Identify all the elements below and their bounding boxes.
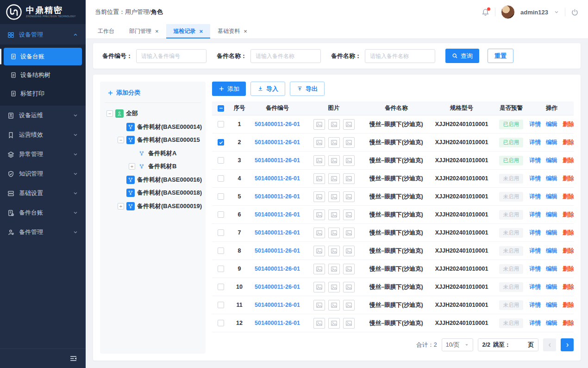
detail-link[interactable]: 详情 bbox=[530, 175, 541, 183]
delete-link[interactable]: 删除 bbox=[563, 229, 574, 237]
avatar[interactable] bbox=[501, 5, 515, 19]
detail-link[interactable]: 详情 bbox=[530, 157, 541, 165]
logout-power-icon[interactable] bbox=[571, 8, 579, 16]
sidebar-item[interactable]: 基础设置 bbox=[0, 184, 86, 203]
image-thumbnail[interactable] bbox=[313, 246, 325, 256]
search-input-1[interactable] bbox=[250, 49, 321, 63]
image-thumbnail[interactable] bbox=[343, 282, 355, 292]
image-thumbnail[interactable] bbox=[313, 228, 325, 238]
sidebar-item[interactable]: 知识管理 bbox=[0, 164, 86, 184]
image-thumbnail[interactable] bbox=[343, 191, 355, 202]
sidebar-item[interactable]: 设备管理 bbox=[0, 25, 86, 44]
row-checkbox[interactable] bbox=[218, 175, 224, 182]
delete-link[interactable]: 删除 bbox=[563, 211, 574, 219]
sidebar-item[interactable]: 异常管理 bbox=[0, 145, 86, 164]
edit-link[interactable]: 编辑 bbox=[546, 139, 557, 146]
sidebar-item[interactable]: 运营绩效 bbox=[0, 125, 86, 145]
image-thumbnail[interactable] bbox=[313, 300, 325, 311]
part-code-link[interactable]: 501400011-26-01 bbox=[255, 266, 300, 272]
tree-node[interactable]: 备件耗材(BASE000014) bbox=[105, 121, 201, 134]
delete-link[interactable]: 删除 bbox=[563, 121, 574, 128]
page-size-select[interactable]: 10/页 bbox=[442, 338, 473, 351]
detail-link[interactable]: 详情 bbox=[530, 319, 541, 327]
part-code-link[interactable]: 501400011-26-01 bbox=[255, 247, 300, 254]
search-input-0[interactable] bbox=[136, 49, 206, 63]
prev-page-button[interactable] bbox=[543, 338, 556, 351]
query-button[interactable]: 查询 bbox=[445, 49, 479, 63]
tree-node[interactable]: 备件耗材A bbox=[105, 147, 201, 160]
reset-button[interactable]: 重置 bbox=[488, 49, 513, 63]
detail-link[interactable]: 详情 bbox=[530, 211, 541, 219]
tab-close-icon[interactable]: × bbox=[200, 28, 203, 34]
sidebar-subitem[interactable]: 标签打印 bbox=[4, 85, 82, 102]
tab-工作台[interactable]: 工作台 bbox=[90, 24, 122, 38]
delete-link[interactable]: 删除 bbox=[563, 247, 574, 255]
row-checkbox[interactable] bbox=[218, 247, 224, 254]
part-code-link[interactable]: 501400011-26-01 bbox=[255, 284, 300, 290]
image-thumbnail[interactable] bbox=[313, 209, 325, 220]
tab-巡检记录[interactable]: 巡检记录× bbox=[166, 24, 211, 38]
image-thumbnail[interactable] bbox=[328, 318, 340, 329]
image-thumbnail[interactable] bbox=[313, 282, 325, 292]
part-code-link[interactable]: 501400011-26-01 bbox=[255, 121, 300, 127]
row-checkbox[interactable] bbox=[218, 229, 224, 236]
image-thumbnail[interactable] bbox=[328, 155, 340, 166]
part-code-link[interactable]: 501400011-26-01 bbox=[255, 320, 300, 326]
image-thumbnail[interactable] bbox=[343, 246, 355, 256]
add-button[interactable]: 添加 bbox=[212, 82, 246, 96]
delete-link[interactable]: 删除 bbox=[563, 319, 574, 327]
sidebar-item[interactable]: 设备运维 bbox=[0, 106, 86, 125]
delete-link[interactable]: 删除 bbox=[563, 301, 574, 309]
tab-close-icon[interactable]: × bbox=[244, 28, 247, 34]
next-page-button[interactable] bbox=[561, 338, 574, 351]
image-thumbnail[interactable] bbox=[328, 137, 340, 148]
delete-link[interactable]: 删除 bbox=[563, 139, 574, 146]
row-checkbox[interactable] bbox=[218, 266, 224, 272]
menu-fold-icon[interactable] bbox=[69, 355, 77, 362]
image-thumbnail[interactable] bbox=[328, 246, 340, 256]
user-chevron-down-icon[interactable] bbox=[554, 9, 559, 15]
edit-link[interactable]: 编辑 bbox=[546, 175, 557, 183]
row-checkbox[interactable] bbox=[218, 320, 224, 326]
edit-link[interactable]: 编辑 bbox=[546, 265, 557, 273]
notification-bell-icon[interactable] bbox=[482, 8, 489, 16]
detail-link[interactable]: 详情 bbox=[530, 193, 541, 201]
sidebar-item[interactable]: 备件台账 bbox=[0, 203, 86, 222]
username[interactable]: admin123 bbox=[520, 9, 548, 16]
collapse-toggle-icon[interactable]: − bbox=[106, 110, 113, 117]
image-thumbnail[interactable] bbox=[328, 173, 340, 184]
part-code-link[interactable]: 501400011-26-01 bbox=[255, 193, 300, 200]
image-thumbnail[interactable] bbox=[313, 264, 325, 274]
row-checkbox[interactable] bbox=[218, 139, 224, 146]
image-thumbnail[interactable] bbox=[343, 264, 355, 274]
tree-node[interactable]: −备件耗材(BASE000015 bbox=[105, 133, 201, 147]
detail-link[interactable]: 详情 bbox=[530, 265, 541, 273]
tree-node[interactable]: −全部 bbox=[105, 107, 201, 121]
tree-node[interactable]: +备件耗材B bbox=[105, 160, 201, 173]
tab-部门管理[interactable]: 部门管理× bbox=[122, 24, 166, 38]
export-button[interactable]: 导出 bbox=[290, 82, 325, 96]
image-thumbnail[interactable] bbox=[313, 173, 325, 184]
edit-link[interactable]: 编辑 bbox=[546, 157, 557, 165]
row-checkbox[interactable] bbox=[218, 121, 224, 127]
detail-link[interactable]: 详情 bbox=[530, 139, 541, 146]
tab-close-icon[interactable]: × bbox=[155, 28, 159, 34]
part-code-link[interactable]: 501400011-26-01 bbox=[255, 211, 300, 218]
row-checkbox[interactable] bbox=[218, 157, 224, 164]
expand-toggle-icon[interactable]: + bbox=[118, 203, 124, 209]
part-code-link[interactable]: 501400011-26-01 bbox=[255, 157, 300, 164]
row-checkbox[interactable] bbox=[218, 193, 224, 200]
image-thumbnail[interactable] bbox=[313, 191, 325, 202]
part-code-link[interactable]: 501400011-26-01 bbox=[255, 175, 300, 182]
image-thumbnail[interactable] bbox=[343, 209, 355, 220]
part-code-link[interactable]: 501400011-26-01 bbox=[255, 229, 300, 236]
expand-toggle-icon[interactable]: + bbox=[129, 163, 135, 170]
row-checkbox[interactable] bbox=[218, 211, 224, 218]
delete-link[interactable]: 删除 bbox=[563, 157, 574, 165]
collapse-toggle-icon[interactable]: − bbox=[118, 137, 124, 143]
delete-link[interactable]: 删除 bbox=[563, 265, 574, 273]
edit-link[interactable]: 编辑 bbox=[546, 283, 557, 291]
row-checkbox[interactable] bbox=[218, 302, 224, 308]
sidebar-subitem[interactable]: 设备台账 bbox=[4, 48, 82, 65]
tree-node[interactable]: 备件耗材(BASE000016) bbox=[105, 173, 201, 187]
